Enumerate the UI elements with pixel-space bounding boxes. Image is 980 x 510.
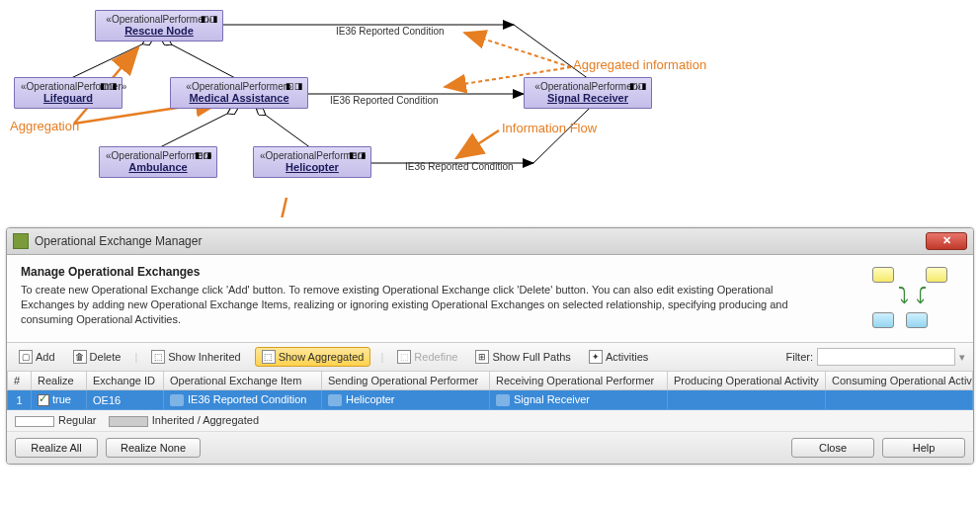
show-inherited-toggle[interactable]: ⬚Show Inherited bbox=[147, 348, 244, 366]
col-producing[interactable]: Producing Operational Activity bbox=[668, 372, 826, 390]
activities-icon: ✦ bbox=[589, 350, 603, 364]
col-exchange-id[interactable]: Exchange ID bbox=[87, 372, 164, 390]
activities-button[interactable]: ✦Activities bbox=[585, 348, 652, 366]
flow-label: IE36 Reported Condition bbox=[330, 95, 439, 106]
dialog-titlebar[interactable]: Operational Exchange Manager ✕ bbox=[7, 228, 973, 255]
annotation-aggregated-info: Aggregated information bbox=[573, 57, 706, 72]
delete-icon: 🗑 bbox=[73, 350, 87, 364]
performer-icon: ◧◨ bbox=[201, 14, 218, 24]
svg-line-0 bbox=[69, 40, 152, 79]
node-title: Medical Assistance bbox=[177, 92, 301, 104]
grid-header-row: # Realize Exchange ID Operational Exchan… bbox=[8, 372, 973, 390]
node-helicopter[interactable]: ◧◨ «OperationalPerformer» Helicopter bbox=[253, 146, 371, 178]
svg-line-8 bbox=[533, 109, 589, 163]
svg-line-12 bbox=[235, 198, 286, 217]
cell-sending[interactable]: Helicopter bbox=[322, 390, 490, 410]
dialog-footer: Realize All Realize None Close Help bbox=[7, 432, 973, 464]
separator: | bbox=[380, 351, 383, 363]
performer-icon: ◧◨ bbox=[195, 150, 212, 160]
dialog-title: Operational Exchange Manager bbox=[35, 234, 202, 248]
col-consuming[interactable]: Consuming Operational Activity bbox=[826, 372, 973, 390]
help-button[interactable]: Help bbox=[882, 438, 965, 458]
col-realize[interactable]: Realize bbox=[32, 372, 87, 390]
svg-line-11 bbox=[456, 130, 499, 158]
realize-checkbox[interactable] bbox=[38, 394, 49, 406]
node-title: Ambulance bbox=[106, 161, 210, 173]
close-button[interactable]: Close bbox=[791, 438, 874, 458]
delete-button[interactable]: 🗑Delete bbox=[69, 348, 125, 366]
table-row[interactable]: 1 true OE16 IE36 Reported Condition Heli… bbox=[8, 390, 973, 410]
node-signal[interactable]: ◧◨ «OperationalPerformer» Signal Receive… bbox=[524, 77, 652, 109]
redefine-icon: ⬚ bbox=[397, 350, 411, 364]
legend-swatch-regular bbox=[15, 416, 54, 427]
node-title: Lifeguard bbox=[21, 92, 116, 104]
show-full-paths-toggle[interactable]: ⊞Show Full Paths bbox=[471, 348, 574, 366]
cell-item[interactable]: IE36 Reported Condition bbox=[164, 390, 322, 410]
col-receiving[interactable]: Receiving Operational Performer bbox=[490, 372, 668, 390]
node-ambulance[interactable]: ◧◨ «OperationalPerformer» Ambulance bbox=[99, 146, 217, 178]
decor-graphic: ⤵ ⤵ bbox=[864, 265, 959, 334]
separator: | bbox=[134, 351, 137, 363]
flow-label: IE36 Reported Condition bbox=[336, 26, 445, 37]
cell-realize[interactable]: true bbox=[32, 390, 87, 410]
add-button[interactable]: ▢Add bbox=[15, 348, 59, 366]
performer-icon: ◧◨ bbox=[286, 81, 303, 91]
legend-swatch-inherited bbox=[109, 416, 148, 427]
app-icon bbox=[13, 233, 29, 249]
annotation-aggregation: Aggregation bbox=[10, 119, 79, 133]
close-icon[interactable]: ✕ bbox=[926, 232, 967, 250]
svg-line-1 bbox=[162, 40, 237, 79]
dialog-description: To create new Operational Exchange click… bbox=[21, 283, 811, 327]
filter-input[interactable] bbox=[817, 348, 955, 366]
dialog-heading: Manage Operational Exchanges bbox=[21, 265, 849, 279]
stereotype: «OperationalPerformer» bbox=[177, 81, 301, 92]
exchange-grid[interactable]: # Realize Exchange ID Operational Exchan… bbox=[7, 372, 973, 410]
col-item[interactable]: Operational Exchange Item bbox=[164, 372, 322, 390]
realize-none-button[interactable]: Realize None bbox=[106, 438, 201, 458]
svg-line-3 bbox=[257, 109, 311, 148]
node-rescue[interactable]: ◧◨ «OperationalPerformer» Rescue Node bbox=[95, 10, 223, 42]
annotation-info-flow: Information Flow bbox=[502, 121, 597, 135]
dialog-body: Manage Operational Exchanges To create n… bbox=[7, 255, 973, 343]
legend: Regular Inherited / Aggregated bbox=[7, 410, 973, 432]
performer-icon bbox=[328, 394, 342, 406]
show-aggregated-toggle[interactable]: ⬚Show Aggregated bbox=[255, 347, 371, 367]
stereotype: «OperationalPerformer» bbox=[531, 81, 645, 92]
add-icon: ▢ bbox=[19, 350, 33, 364]
uml-diagram: ◧◨ «OperationalPerformer» Rescue Node ◧◨… bbox=[0, 0, 980, 217]
performer-icon: ◧◨ bbox=[629, 81, 647, 91]
inherited-icon: ⬚ bbox=[151, 350, 165, 364]
cell-receiving[interactable]: Signal Receiver bbox=[490, 390, 668, 410]
aggregated-icon: ⬚ bbox=[262, 350, 276, 364]
flow-label: IE36 Reported Condition bbox=[405, 161, 514, 172]
node-title: Rescue Node bbox=[102, 25, 216, 37]
performer-icon bbox=[496, 394, 510, 406]
filter-dropdown-icon[interactable]: ▾ bbox=[959, 351, 965, 364]
node-medical[interactable]: ◧◨ «OperationalPerformer» Medical Assist… bbox=[170, 77, 308, 109]
realize-all-button[interactable]: Realize All bbox=[15, 438, 98, 458]
item-icon bbox=[170, 394, 184, 406]
redefine-button: ⬚Redefine bbox=[393, 348, 461, 366]
node-title: Helicopter bbox=[260, 161, 365, 173]
col-num[interactable]: # bbox=[8, 372, 32, 390]
stereotype: «OperationalPerformer» bbox=[102, 14, 216, 25]
cell-num: 1 bbox=[8, 390, 32, 410]
operational-exchange-manager-dialog: Operational Exchange Manager ✕ Manage Op… bbox=[6, 227, 974, 465]
cell-producing[interactable] bbox=[668, 390, 826, 410]
node-title: Signal Receiver bbox=[531, 92, 645, 104]
cell-consuming[interactable] bbox=[826, 390, 973, 410]
toolbar: ▢Add 🗑Delete | ⬚Show Inherited ⬚Show Agg… bbox=[7, 343, 973, 372]
filter-label: Filter: bbox=[786, 351, 814, 363]
node-lifeguard[interactable]: ◧◨ «OperationalPerformer» Lifeguard bbox=[14, 77, 122, 109]
cell-exchange-id[interactable]: OE16 bbox=[87, 390, 164, 410]
col-sending[interactable]: Sending Operational Performer bbox=[322, 372, 490, 390]
performer-icon: ◧◨ bbox=[349, 150, 367, 160]
svg-line-2 bbox=[158, 109, 237, 148]
paths-icon: ⊞ bbox=[475, 350, 489, 364]
performer-icon: ◧◨ bbox=[100, 81, 118, 91]
